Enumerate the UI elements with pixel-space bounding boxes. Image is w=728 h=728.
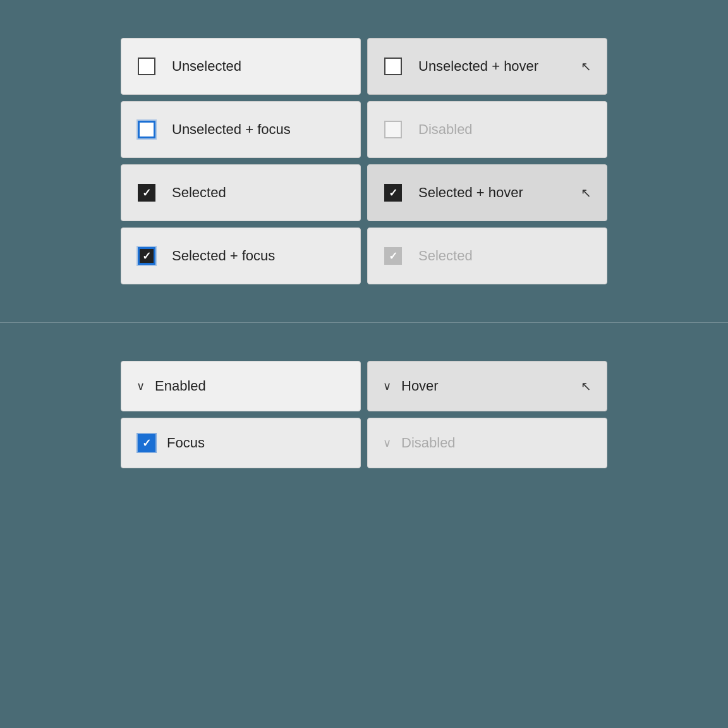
dropdown-label-enabled: Enabled bbox=[155, 378, 206, 394]
checkbox-icon-focus bbox=[136, 119, 157, 140]
checkbox-label-disabled: Disabled bbox=[418, 121, 473, 138]
checkbox-label-hover: Unselected + hover bbox=[418, 58, 538, 75]
cursor-icon-selected-hover: ↖ bbox=[581, 185, 592, 200]
dropdown-section: ∨ Enabled ∨ Hover ↖ ✓ Focus ∨ Disabled bbox=[0, 323, 728, 506]
checkbox-icon-disabled bbox=[383, 119, 403, 140]
dropdown-hover[interactable]: ∨ Hover ↖ bbox=[367, 361, 607, 411]
checkbox-icon-selected: ✓ bbox=[136, 183, 157, 203]
cursor-icon: ↖ bbox=[581, 59, 592, 74]
chevron-down-icon: ∨ bbox=[136, 379, 145, 393]
checkbox-icon-unselected-hover bbox=[383, 56, 403, 76]
checkbox-selected-disabled: ✓ Selected bbox=[367, 228, 607, 284]
focus-checkbox bbox=[138, 121, 155, 138]
checkbox-selected-hover[interactable]: ✓ Selected + hover ↖ bbox=[367, 164, 607, 221]
checkbox-unselected-focus[interactable]: Unselected + focus bbox=[121, 101, 361, 158]
dropdown-focus[interactable]: ✓ Focus bbox=[121, 418, 361, 468]
checkbox-grid: Unselected Unselected + hover ↖ Unselect… bbox=[121, 38, 607, 284]
checkbox-section: Unselected Unselected + hover ↖ Unselect… bbox=[0, 0, 728, 322]
checkbox-icon-selected-hover: ✓ bbox=[383, 183, 403, 203]
checkbox-icon-unselected bbox=[136, 56, 157, 76]
dropdown-disabled: ∨ Disabled bbox=[367, 418, 607, 468]
checkbox-label-focus: Unselected + focus bbox=[172, 121, 291, 138]
checkbox-unselected[interactable]: Unselected bbox=[121, 38, 361, 95]
disabled-checkbox bbox=[384, 121, 402, 138]
checkbox-selected[interactable]: ✓ Selected bbox=[121, 164, 361, 221]
empty-checkbox bbox=[138, 58, 155, 75]
checkbox-selected-focus[interactable]: ✓ Selected + focus bbox=[121, 228, 361, 284]
checkbox-icon-focus-blue: ✓ bbox=[136, 433, 157, 453]
checkbox-icon-selected-focus: ✓ bbox=[136, 246, 157, 266]
dropdown-enabled[interactable]: ∨ Enabled bbox=[121, 361, 361, 411]
chevron-down-icon-hover: ∨ bbox=[383, 379, 391, 393]
checkbox-disabled: Disabled bbox=[367, 101, 607, 158]
checkbox-label-selected-hover: Selected + hover bbox=[418, 185, 523, 201]
checked-checkbox-hover: ✓ bbox=[384, 184, 402, 202]
checked-focus-checkbox: ✓ bbox=[138, 247, 155, 265]
dropdown-label-hover: Hover bbox=[401, 378, 439, 394]
chevron-down-icon-disabled: ∨ bbox=[383, 436, 391, 450]
empty-checkbox-hover bbox=[384, 58, 402, 75]
checkbox-label-selected-disabled: Selected bbox=[418, 248, 473, 264]
checked-disabled-checkbox: ✓ bbox=[384, 247, 402, 265]
dropdown-label-disabled: Disabled bbox=[401, 435, 456, 451]
checkbox-label-selected-focus: Selected + focus bbox=[172, 248, 275, 264]
checked-focus-blue-checkbox: ✓ bbox=[138, 434, 155, 452]
checkbox-label-selected: Selected bbox=[172, 185, 226, 201]
checkbox-unselected-hover[interactable]: Unselected + hover ↖ bbox=[367, 38, 607, 95]
checked-checkbox: ✓ bbox=[138, 184, 155, 202]
cursor-icon-dropdown: ↖ bbox=[581, 379, 592, 394]
dropdown-label-focus: Focus bbox=[167, 435, 205, 451]
checkbox-label: Unselected bbox=[172, 58, 241, 75]
checkbox-icon-selected-disabled: ✓ bbox=[383, 246, 403, 266]
dropdown-grid: ∨ Enabled ∨ Hover ↖ ✓ Focus ∨ Disabled bbox=[121, 361, 607, 468]
